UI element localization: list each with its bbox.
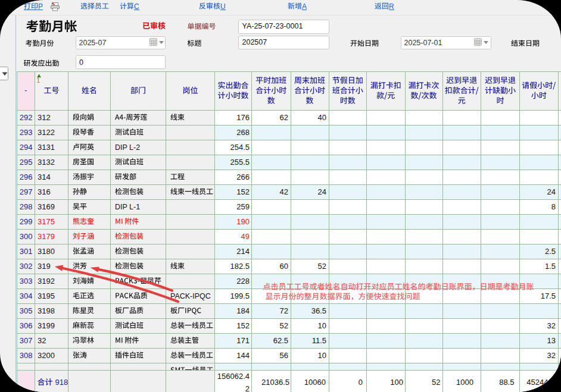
svg-text:301: 301 <box>20 247 33 256</box>
svg-text:52: 52 <box>280 321 288 330</box>
svg-text:319: 319 <box>38 262 51 271</box>
svg-text:171: 171 <box>236 336 250 345</box>
svg-text:P: P <box>38 2 43 11</box>
svg-text:199.5: 199.5 <box>230 291 250 300</box>
svg-text:305: 305 <box>20 306 33 315</box>
svg-text:1000: 1000 <box>456 378 473 387</box>
svg-text:268: 268 <box>236 128 250 137</box>
svg-text:3198: 3198 <box>38 306 55 315</box>
svg-text:72: 72 <box>280 306 288 315</box>
svg-text:DIP L-1: DIP L-1 <box>115 203 140 211</box>
svg-text:11.5: 11.5 <box>312 336 326 345</box>
svg-text:17.5: 17.5 <box>541 291 556 300</box>
svg-text:56: 56 <box>280 351 288 360</box>
svg-text:2.5: 2.5 <box>545 247 556 256</box>
svg-text:302: 302 <box>20 262 33 271</box>
svg-text:3180: 3180 <box>38 247 55 256</box>
svg-text:306: 306 <box>20 321 33 330</box>
svg-text:1.5: 1.5 <box>545 262 556 271</box>
svg-text:307: 307 <box>20 336 33 345</box>
svg-text:R: R <box>389 2 394 11</box>
svg-text:32: 32 <box>547 321 556 330</box>
svg-text:297: 297 <box>20 187 33 196</box>
svg-text:303: 303 <box>20 277 33 286</box>
svg-text:259: 259 <box>236 202 250 211</box>
svg-text:202507: 202507 <box>242 38 267 46</box>
svg-text:-: - <box>24 86 27 95</box>
svg-text:299: 299 <box>20 217 33 226</box>
svg-text:254.5: 254.5 <box>230 143 250 152</box>
svg-text:21036.5: 21036.5 <box>261 378 289 387</box>
svg-text:298: 298 <box>20 202 33 211</box>
svg-text:10060: 10060 <box>304 378 326 387</box>
svg-text:3169: 3169 <box>38 202 55 211</box>
svg-text:3199: 3199 <box>38 321 55 330</box>
svg-text:32: 32 <box>38 336 46 345</box>
svg-text:266: 266 <box>236 173 250 181</box>
svg-text:8: 8 <box>551 202 556 211</box>
svg-text:DIP L-2: DIP L-2 <box>115 143 140 152</box>
svg-text:152: 152 <box>236 321 250 330</box>
svg-text:3131: 3131 <box>38 143 55 152</box>
svg-text:304: 304 <box>20 291 33 300</box>
svg-text:24: 24 <box>547 187 556 196</box>
svg-text:1: 1 <box>37 77 40 84</box>
svg-text:3175: 3175 <box>38 217 55 226</box>
svg-text:190: 190 <box>236 217 250 226</box>
svg-text:144: 144 <box>236 351 250 360</box>
svg-text:2025-07: 2025-07 <box>79 39 107 47</box>
svg-text:YA-25-07-23-0001: YA-25-07-23-0001 <box>242 22 303 30</box>
svg-text:32: 32 <box>547 351 556 360</box>
svg-text:918: 918 <box>55 378 68 387</box>
svg-text:156062.4: 156062.4 <box>217 372 250 381</box>
svg-text:62: 62 <box>280 113 288 122</box>
svg-text:3195: 3195 <box>38 291 55 300</box>
svg-text:A: A <box>302 2 307 11</box>
svg-text:3132: 3132 <box>38 158 55 167</box>
svg-text:52: 52 <box>432 378 440 387</box>
svg-text:36.5: 36.5 <box>311 306 326 315</box>
svg-text:U: U <box>220 2 226 11</box>
svg-text:52: 52 <box>318 262 326 271</box>
svg-text:40: 40 <box>318 113 326 122</box>
svg-text:294: 294 <box>20 143 33 152</box>
svg-text:3179: 3179 <box>38 232 55 241</box>
svg-text:3122: 3122 <box>38 128 55 137</box>
svg-text:214: 214 <box>236 247 250 256</box>
svg-text:184: 184 <box>236 306 250 315</box>
svg-text:295: 295 <box>20 158 33 167</box>
svg-text:0: 0 <box>79 58 83 67</box>
svg-text:296: 296 <box>20 173 33 181</box>
svg-text:312: 312 <box>38 113 51 122</box>
svg-text:0: 0 <box>359 378 363 387</box>
svg-text:24: 24 <box>318 187 326 196</box>
svg-text:314: 314 <box>38 173 51 181</box>
svg-text:C: C <box>134 2 139 11</box>
svg-text:2: 2 <box>245 384 250 392</box>
svg-text:176: 176 <box>236 113 250 122</box>
svg-text:228: 228 <box>236 277 250 286</box>
svg-text:62.5: 62.5 <box>273 336 288 345</box>
svg-text:60: 60 <box>280 262 288 271</box>
svg-text:300: 300 <box>20 232 33 241</box>
svg-text:316: 316 <box>38 187 51 196</box>
svg-text:13: 13 <box>547 336 556 345</box>
svg-text:293: 293 <box>20 128 33 137</box>
svg-text:PACK-IPQC: PACK-IPQC <box>170 292 211 300</box>
svg-text:49: 49 <box>241 232 250 241</box>
svg-text:152: 152 <box>236 187 250 196</box>
svg-text:292: 292 <box>20 113 33 122</box>
svg-text:100: 100 <box>390 378 403 387</box>
svg-text:42: 42 <box>280 187 288 196</box>
svg-text:182.5: 182.5 <box>230 262 250 271</box>
svg-text:10: 10 <box>318 321 326 330</box>
svg-text:10: 10 <box>318 351 326 360</box>
svg-text:2025-07-01: 2025-07-01 <box>404 39 442 47</box>
svg-text:3200: 3200 <box>38 351 55 360</box>
svg-text:308: 308 <box>20 351 33 360</box>
svg-text:88.5: 88.5 <box>499 378 514 387</box>
svg-text:255.5: 255.5 <box>230 158 250 167</box>
svg-text:3192: 3192 <box>38 277 55 286</box>
